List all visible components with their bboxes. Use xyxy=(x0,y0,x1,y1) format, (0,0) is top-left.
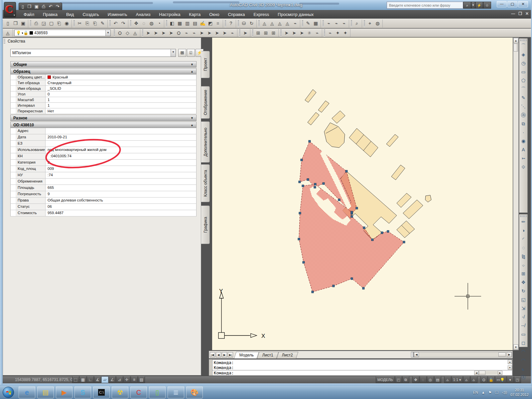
tool-arrow3-icon[interactable]: ⌁ xyxy=(340,20,347,27)
tool-globe3-icon[interactable]: ⌁ xyxy=(191,30,198,37)
tool-flag4-icon[interactable]: ➤ xyxy=(168,30,175,37)
tool-grid2-icon[interactable]: ➤ xyxy=(291,30,298,37)
modify-tool-7[interactable]: ✥ xyxy=(519,278,527,287)
tool-preview-icon[interactable]: ◲ xyxy=(40,20,47,27)
search-input[interactable] xyxy=(387,2,463,9)
restore-button[interactable]: ▢ xyxy=(507,1,517,7)
annot-scale-icon[interactable]: 🜂 xyxy=(444,376,451,383)
modify-tool-4[interactable]: ⧎ xyxy=(519,252,527,261)
close-button[interactable]: ✕ xyxy=(518,1,528,7)
section-1[interactable]: Образец▲ xyxy=(10,68,197,74)
hscroll-splitter[interactable] xyxy=(411,352,414,357)
tool-save-icon[interactable]: ▣ xyxy=(20,20,27,27)
cmd-scroll-down-icon[interactable]: ▼ xyxy=(508,365,512,370)
undo-icon[interactable]: ↶ xyxy=(49,4,53,9)
menu-Анализ[interactable]: Анализ xyxy=(131,12,155,17)
tool-doc1-icon[interactable]: ✦ xyxy=(334,30,341,37)
tool-mv1-icon[interactable]: ⊞ xyxy=(255,30,262,37)
menu-Справка[interactable]: Справка xyxy=(223,12,249,17)
command-history[interactable]: Команда:Команда: xyxy=(212,359,512,370)
canvas-vertical-scrollbar[interactable]: ▲ ▼ xyxy=(513,38,519,350)
property-value[interactable]: 1 xyxy=(46,97,196,102)
layouts-icon[interactable]: ⧉ xyxy=(402,376,409,383)
tool-pflag-icon[interactable]: ➤ xyxy=(221,30,228,37)
showmotion-icon[interactable]: ▤ xyxy=(434,376,441,383)
tool-open-icon[interactable]: ❒ xyxy=(12,20,19,27)
modify-tool-0[interactable]: ✏ xyxy=(519,218,527,226)
annot-auto-icon[interactable]: 🜂 xyxy=(470,376,477,383)
property-value[interactable]: _SOLID xyxy=(46,86,196,91)
tool-dmarker1-icon[interactable]: ◬ xyxy=(261,20,268,27)
modify-tool-16[interactable]: ◠ xyxy=(519,356,527,365)
drawing-canvas[interactable]: Y X xyxy=(212,38,513,350)
command-window-grip[interactable] xyxy=(209,360,212,375)
save-icon[interactable]: ▣ xyxy=(35,4,39,9)
property-value[interactable]: Красный xyxy=(46,74,196,80)
modify-tool-1[interactable]: ◑ xyxy=(519,226,527,235)
lock-icon[interactable]: 🔓 xyxy=(488,376,495,383)
tool-gear1-icon[interactable]: ➤ xyxy=(198,30,205,37)
menu-Просмотр данных[interactable]: Просмотр данных xyxy=(273,12,318,17)
draw-tool-7[interactable]: ⋱ xyxy=(519,102,527,111)
lwt-icon[interactable]: ≡ xyxy=(131,376,138,383)
palette-tab-Графика[interactable]: Графика xyxy=(201,205,210,244)
section-2[interactable]: Разное▼ xyxy=(10,115,197,121)
property-value[interactable]: Стандартный xyxy=(46,80,196,85)
tool-parrow-icon[interactable]: ⌁ xyxy=(229,30,236,37)
pan-icon[interactable]: ✥ xyxy=(412,376,419,383)
modify-tool-10[interactable]: ⇲ xyxy=(519,304,527,313)
search-dropdown-icon[interactable]: ▼ xyxy=(471,2,475,9)
tool-redbox-icon[interactable]: ▢ xyxy=(48,20,55,27)
collapse-icon[interactable]: ▼ xyxy=(191,62,194,67)
property-value[interactable]: 06 xyxy=(46,204,196,210)
scale-label[interactable]: 1:1 ▾ xyxy=(452,376,463,383)
tool-draft-icon[interactable]: ✎ xyxy=(305,20,312,27)
tool-pstar-icon[interactable]: ➤ xyxy=(242,30,249,37)
collapse-icon[interactable]: ▼ xyxy=(191,115,194,121)
property-value[interactable]: под многоквартирный жилой дом xyxy=(46,147,196,153)
tool-grid1-icon[interactable]: ➤ xyxy=(283,30,290,37)
language-indicator[interactable]: EN xyxy=(473,390,478,394)
draw-tool-0[interactable]: ⌒ xyxy=(519,42,527,51)
tab-Лист1[interactable]: Лист1 xyxy=(257,352,279,358)
palette-tab-Класс объекта[interactable]: Класс объекта xyxy=(201,164,210,202)
tool-copy-icon[interactable]: ⎘ xyxy=(84,20,91,27)
skype-icon[interactable]: S xyxy=(74,386,91,398)
menu-Окно[interactable]: Окно xyxy=(205,12,223,17)
tool-table-icon[interactable]: ▦ xyxy=(312,20,319,27)
first-tab-icon[interactable]: |◀ xyxy=(210,352,215,357)
modify-tool-17[interactable]: ⟀ xyxy=(519,365,527,373)
tool-render-icon[interactable]: ◩ xyxy=(207,20,214,27)
tool-mv2-icon[interactable]: ⊞ xyxy=(262,30,269,37)
clock[interactable]: 20:31 07.02.2012 xyxy=(510,388,529,397)
menu-Вид[interactable]: Вид xyxy=(62,12,78,17)
cmd-hthumb[interactable] xyxy=(479,371,485,375)
tool-props-icon[interactable]: ◧ xyxy=(169,20,176,27)
new-file-icon[interactable]: ▯ xyxy=(22,4,24,9)
zoom-icon[interactable]: ◌ xyxy=(420,376,427,383)
tool-flag1-icon[interactable]: ➤ xyxy=(145,30,152,37)
modify-tool-5[interactable]: ⌔ xyxy=(519,261,527,270)
modify-tool-3[interactable]: ◌ xyxy=(519,244,527,252)
qp-icon[interactable]: ▤ xyxy=(138,376,145,383)
mdi-minimize-icon[interactable]: — xyxy=(511,11,515,16)
polar-icon[interactable]: ∡ xyxy=(94,376,101,383)
open-file-icon[interactable]: ❒ xyxy=(27,4,31,9)
tool-refresh-icon[interactable]: ↻ xyxy=(248,20,255,27)
tray-expand-icon[interactable]: ▲ xyxy=(481,390,485,394)
draw-tool-14[interactable]: ⟐ xyxy=(519,163,527,172)
draw-tool-2[interactable]: ◷ xyxy=(519,59,527,68)
property-value[interactable]: 1 xyxy=(46,103,196,108)
tool-dcheck-icon[interactable]: ⌁ xyxy=(292,20,299,27)
pickadd-toggle-icon[interactable]: ⊞ xyxy=(178,49,186,57)
modify-tool-2[interactable]: ◜ xyxy=(519,235,527,244)
tool-paste-icon[interactable]: ⎗ xyxy=(91,20,98,27)
draw-tool-9[interactable]: ⧉ xyxy=(519,120,527,128)
draw-tool-10[interactable]: · xyxy=(519,128,527,137)
tool-zoomprev-icon[interactable]: ◍ xyxy=(148,20,155,27)
wmp-icon[interactable]: ▶ xyxy=(56,386,72,398)
action-center-icon[interactable]: ⚑ xyxy=(488,390,492,395)
tool-cut-icon[interactable]: ✂ xyxy=(76,20,83,27)
tool-help-icon[interactable]: ? xyxy=(227,20,234,27)
annot-vis-icon[interactable]: 🜂 xyxy=(463,376,470,383)
